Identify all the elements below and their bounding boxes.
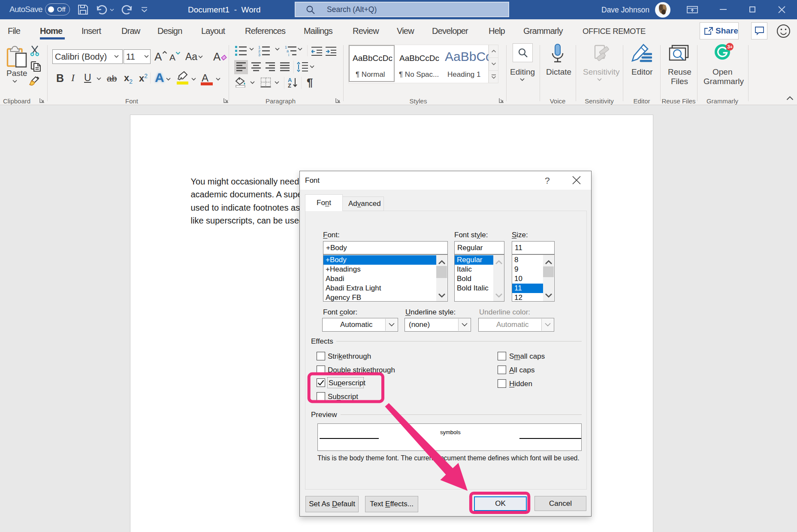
svg-text:i: i: [288, 53, 289, 56]
svg-text:3: 3: [258, 53, 260, 56]
svg-text:Z: Z: [288, 82, 291, 88]
svg-text:3+: 3+: [728, 44, 733, 49]
